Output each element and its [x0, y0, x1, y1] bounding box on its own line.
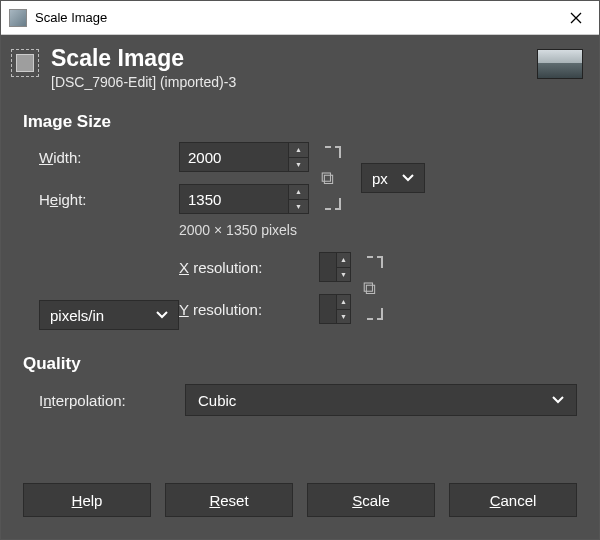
interpolation-label: Interpolation:: [39, 392, 169, 409]
width-step-up[interactable]: ▲: [289, 143, 308, 158]
xres-input[interactable]: ▲ ▼: [319, 252, 351, 282]
xres-step-up[interactable]: ▲: [337, 253, 350, 268]
chain-icon: ⧉: [321, 168, 334, 189]
chevron-down-icon: [402, 174, 414, 182]
yres-input[interactable]: ▲ ▼: [319, 294, 351, 324]
section-quality: Quality: [23, 354, 577, 374]
resolution-link[interactable]: ⧉: [361, 252, 521, 324]
yres-label: Y resolution:: [179, 301, 309, 318]
scale-button[interactable]: Scale: [307, 483, 435, 517]
dialog-title: Scale Image: [51, 45, 525, 72]
width-step-down[interactable]: ▼: [289, 158, 308, 172]
height-step-down[interactable]: ▼: [289, 200, 308, 214]
chevron-down-icon: [156, 311, 168, 319]
xres-label: X resolution:: [179, 259, 309, 276]
titlebar[interactable]: Scale Image: [1, 1, 599, 35]
chain-icon: ⧉: [363, 278, 376, 299]
yres-step-up[interactable]: ▲: [337, 295, 350, 310]
yres-field[interactable]: [320, 295, 336, 323]
width-input[interactable]: ▲ ▼: [179, 142, 309, 172]
chevron-down-icon: [552, 396, 564, 404]
height-input[interactable]: ▲ ▼: [179, 184, 309, 214]
height-field[interactable]: [180, 185, 288, 213]
dialog-subtitle: [DSC_7906-Edit] (imported)-3: [51, 74, 525, 90]
app-icon: [9, 9, 27, 27]
dialog-footer: Help Reset Scale Cancel: [1, 465, 599, 539]
window-title: Scale Image: [35, 10, 553, 25]
scale-image-dialog: Scale Image Scale Image [DSC_7906-Edit] …: [0, 0, 600, 540]
height-step-up[interactable]: ▲: [289, 185, 308, 200]
height-label: Height:: [39, 191, 169, 208]
size-unit-select[interactable]: px: [361, 163, 425, 193]
width-label: Width:: [39, 149, 169, 166]
cancel-button[interactable]: Cancel: [449, 483, 577, 517]
reset-button[interactable]: Reset: [165, 483, 293, 517]
section-image-size: Image Size: [23, 112, 577, 132]
dimension-link[interactable]: ⧉: [319, 142, 351, 214]
yres-step-down[interactable]: ▼: [337, 310, 350, 324]
xres-field[interactable]: [320, 253, 336, 281]
help-button[interactable]: Help: [23, 483, 151, 517]
width-field[interactable]: [180, 143, 288, 171]
interpolation-select[interactable]: Cubic: [185, 384, 577, 416]
image-thumbnail: [537, 49, 583, 79]
xres-step-down[interactable]: ▼: [337, 268, 350, 282]
close-icon: [570, 12, 582, 24]
layer-icon: [11, 49, 39, 77]
dialog-body: Image Size Width: ▲ ▼ ⧉ px Height: [1, 100, 599, 465]
res-unit-select[interactable]: pixels/in: [39, 300, 179, 330]
close-button[interactable]: [553, 1, 599, 35]
dialog-header: Scale Image [DSC_7906-Edit] (imported)-3: [1, 35, 599, 100]
size-readout: 2000 × 1350 pixels: [179, 222, 521, 238]
